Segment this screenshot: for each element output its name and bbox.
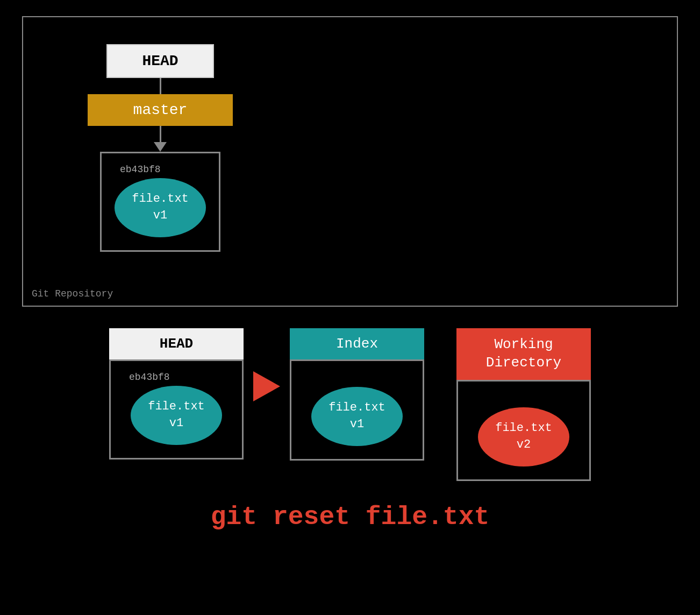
commit-box-index: file.txt v1 <box>290 359 424 461</box>
column-working-dir: Working Directory file.txt v2 <box>456 328 591 481</box>
commit-box-head: eb43bf8 file.txt v1 <box>109 359 244 460</box>
index-label: Index <box>290 328 424 359</box>
repo-label-text: Git Repository <box>32 288 113 299</box>
blob-teal-index: file.txt v1 <box>311 387 403 446</box>
column-head: HEAD eb43bf8 file.txt v1 <box>109 328 244 460</box>
commit-box-wd: file.txt v2 <box>456 380 591 481</box>
blob-index-line2: v1 <box>350 416 364 433</box>
blob-head-line2: v1 <box>169 415 183 432</box>
blob-index-line1: file.txt <box>328 400 385 416</box>
connector-master-commit <box>160 126 161 142</box>
top-diagram: HEAD master eb43bf8 file.txt v1 <box>88 44 233 252</box>
head-label-top: HEAD <box>142 53 178 69</box>
blob-line1-top: file.txt <box>132 191 189 208</box>
master-box: master <box>88 94 233 126</box>
index-label-text: Index <box>336 336 378 352</box>
commit-container-top: eb43bf8 file.txt v1 <box>100 152 220 252</box>
head-label-text-bottom: HEAD <box>160 336 193 352</box>
blob-wd-line2: v2 <box>517 437 531 454</box>
blob-line2-top: v1 <box>153 208 167 224</box>
git-reset-command: git reset file.txt <box>211 503 489 532</box>
blob-teal-head: file.txt v1 <box>131 386 222 445</box>
repo-label: Git Repository <box>32 288 113 299</box>
working-dir-label: Working Directory <box>456 328 591 380</box>
working-dir-line2: Directory <box>486 355 561 371</box>
arrow-down-top <box>154 142 167 152</box>
head-label-bottom: HEAD <box>109 328 244 359</box>
blob-head-line1: file.txt <box>148 399 205 415</box>
git-reset-text: git reset file.txt <box>211 503 489 532</box>
bottom-diagram: HEAD eb43bf8 file.txt v1 Index file.txt <box>22 328 678 481</box>
blob-teal-top: file.txt v1 <box>115 178 206 237</box>
working-dir-line1: Working <box>494 336 553 352</box>
connector-head-master <box>160 78 161 94</box>
blob-orange-wd: file.txt v2 <box>478 407 569 466</box>
git-repository-section: HEAD master eb43bf8 file.txt v1 Git Repo… <box>22 16 678 307</box>
arrow-right-container <box>244 371 290 401</box>
arrow-right-icon <box>253 371 280 401</box>
head-box-top: HEAD <box>106 44 214 78</box>
blob-wd-line1: file.txt <box>495 420 552 437</box>
column-index: Index file.txt v1 <box>290 328 424 461</box>
commit-hash-top: eb43bf8 <box>120 164 161 175</box>
master-label: master <box>133 102 188 118</box>
commit-hash-bottom: eb43bf8 <box>129 372 170 383</box>
bottom-section: HEAD eb43bf8 file.txt v1 Index file.txt <box>22 328 678 532</box>
